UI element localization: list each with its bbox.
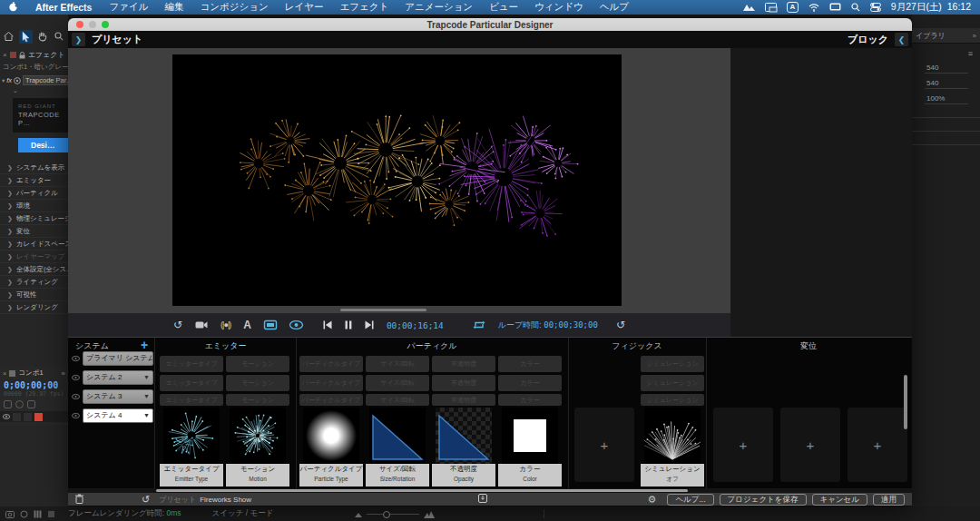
home-icon[interactable] [2,30,16,44]
block-thumbnail[interactable] [644,408,701,464]
add-block-tile[interactable]: + [713,408,773,482]
properties-menu-icon[interactable]: ≡ [912,44,980,58]
zoom-track[interactable] [367,514,419,515]
current-timecode[interactable]: 0;00;00;00 [0,379,68,390]
menubar-menu[interactable]: ヘルプ [592,1,637,12]
inactive-block-tile[interactable]: パーティクルタイプ [299,375,363,391]
block-thumbnail[interactable] [369,408,426,464]
loop-icon[interactable] [473,320,485,329]
search-icon[interactable] [851,3,860,12]
refresh-icon[interactable] [20,510,28,518]
motion-blur-icon[interactable]: (|●|) [220,320,230,329]
effect-parameter-group[interactable]: ❯レンダリング [0,301,68,314]
eye-icon[interactable] [3,414,10,419]
layer-switch[interactable] [13,413,21,421]
delete-preset-icon[interactable] [75,494,83,506]
inactive-block-tile[interactable]: カラー [498,375,562,391]
inactive-block-tile[interactable]: モーション [226,356,289,372]
reset-loop-icon[interactable]: ↺ [616,319,625,331]
inactive-block-tile[interactable]: シミュレーション [641,375,704,391]
inactive-block-tile[interactable]: エミッタータイプ [160,356,223,372]
effect-parameter-group[interactable]: ❯可視性 [0,289,68,301]
menubar-menu[interactable]: レイヤー [277,1,332,12]
zoom-in-mountain-icon[interactable] [424,510,435,518]
draft-3d-icon[interactable] [15,400,24,408]
zoom-out-mountain-icon[interactable] [355,511,362,517]
panel-menu-icon[interactable]: ≡ [62,369,65,378]
effect-parameter-group[interactable]: ❯環境 [0,200,68,212]
property-value[interactable]: 540 [925,62,968,74]
apple-menu[interactable] [0,1,26,14]
library-tab[interactable]: イブラリ [916,31,946,41]
switches-mode-label[interactable]: スイッチ / モード [212,508,274,519]
block-thumbnail[interactable] [163,408,220,464]
block-thumbnail[interactable] [436,408,492,464]
chevron-right-icon[interactable]: ❯ [7,241,13,248]
chevron-right-icon[interactable]: ❯ [7,291,13,299]
chevron-down-icon[interactable]: ▼ [143,393,150,399]
chevron-right-icon[interactable]: ❯ [7,215,13,222]
inactive-block-tile[interactable]: 不透明度 [432,356,495,372]
inactive-block-tile[interactable]: カラー [498,356,562,372]
next-frame-icon[interactable] [365,320,374,329]
system-select[interactable]: システム 3▼ [83,389,153,404]
inactive-block-tile[interactable]: サイズ/回転 [366,394,429,406]
zoom-tool-icon[interactable] [53,30,67,44]
menubar-menu[interactable]: ビュー [481,1,526,12]
chevron-expander-icon[interactable]: ⌄ [0,87,68,94]
menu-app-name[interactable]: After Effects [26,2,101,13]
save-preset-icon[interactable] [478,494,487,505]
reset-view-icon[interactable]: ↺ [173,319,182,331]
inactive-block-tile[interactable]: カラー [498,394,562,406]
block-label[interactable]: エミッタータイプEmitter Type [160,464,223,487]
effect-parameter-group[interactable]: ❯カレイドスペース [0,238,68,251]
menubar-menu[interactable]: ウィンドウ [526,1,592,12]
chevron-right-icon[interactable]: ❯ [7,266,13,273]
columns-icon[interactable] [34,510,42,518]
inactive-block-tile[interactable]: サイズ/回転 [366,356,429,372]
system-select[interactable]: システム 2▼ [83,370,153,385]
layer-switch[interactable] [24,413,32,421]
inactive-block-tile[interactable]: 不透明度 [432,375,495,391]
effect-parameter-group[interactable]: ❯ライティング [0,276,68,289]
chevron-right-icon[interactable]: ❯ [7,279,13,286]
effect-parameter-group[interactable]: ❯パーティクル [0,187,68,200]
timeline-layer-row[interactable] [0,411,68,422]
inactive-block-tile[interactable]: モーション [226,375,289,391]
graph-editor-icon[interactable] [27,400,35,408]
snapshot-icon[interactable] [5,510,15,518]
menubar-menu[interactable]: 編集 [156,1,191,12]
block-label[interactable]: シミュレーションオフ [641,464,704,487]
add-block-tile[interactable]: + [780,408,840,482]
chevron-right-icon[interactable]: ❯ [7,202,13,210]
block-label[interactable]: 不透明度Opacity [432,464,495,487]
effect-parameter-group[interactable]: ❯レイヤーマップ [0,251,68,263]
gear-icon[interactable]: ⚙ [648,494,657,506]
close-icon[interactable]: × [3,51,7,59]
inactive-block-tile[interactable]: モーション [226,394,289,406]
image-icon[interactable] [743,3,755,12]
chevron-right-icon[interactable]: ❯ [7,177,13,184]
reset-preset-icon[interactable]: ↺ [142,494,150,506]
layer-color-swatch[interactable] [34,413,43,421]
proxy-icon[interactable] [47,510,55,518]
playback-timecode[interactable]: 00;00;16;14 [387,320,444,330]
more-panels-icon[interactable]: » [973,32,976,40]
effect-parameter-group[interactable]: ❯物理シミュレーシ… [0,212,68,225]
menubar-menu[interactable]: ファイル [101,1,156,12]
inactive-block-tile[interactable]: サイズ/回転 [366,375,429,391]
cancel-button[interactable]: キャンセル [812,494,868,506]
property-value[interactable]: 540 [925,77,968,89]
preview-scrollbar[interactable] [340,309,426,311]
fit-view-icon[interactable] [264,320,277,329]
text-overlay-icon[interactable]: A [243,319,251,331]
save-project-button[interactable]: プロジェクトを保存 [720,494,807,506]
block-thumbnail[interactable] [230,408,286,464]
add-block-tile[interactable]: + [848,408,907,482]
system-select[interactable]: プライマリ システム▼ [83,351,153,366]
blocks-collapse-icon[interactable]: ❮ [895,33,908,46]
designer-title-bar[interactable]: Trapcode Particular Designer [68,18,912,31]
composition-icon[interactable] [4,400,12,408]
inactive-block-tile[interactable]: シミュレーション [641,356,704,372]
chevron-right-icon[interactable]: ❯ [7,228,13,235]
